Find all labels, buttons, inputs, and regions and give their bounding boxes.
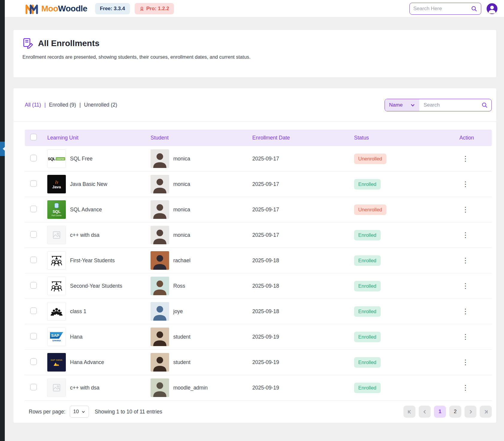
- row-actions-icon[interactable]: ⋮: [459, 153, 471, 164]
- column-header-enrollment-date: Enrollment Date: [252, 135, 354, 141]
- row-actions-icon[interactable]: ⋮: [459, 255, 471, 266]
- status-filter-tabs: All (11)|Enrolled (9)|Unenrolled (2): [25, 102, 117, 108]
- row-checkbox[interactable]: [30, 307, 37, 314]
- row-checkbox[interactable]: [30, 180, 37, 187]
- course-thumbnail: [47, 302, 66, 321]
- ribbon-icon: [139, 6, 144, 11]
- table-row: class 1 joye 2025-09-18 Enrolled ⋮: [25, 299, 492, 324]
- search-icon[interactable]: [481, 102, 488, 108]
- page-button-1[interactable]: 1: [434, 406, 446, 418]
- row-checkbox[interactable]: [30, 155, 37, 161]
- wp-admin-collapsed-menu[interactable]: [0, 0, 5, 441]
- row-checkbox[interactable]: [30, 333, 37, 340]
- user-profile-button[interactable]: [487, 3, 497, 14]
- student-avatar: [151, 328, 169, 346]
- moowoodle-logo: MooWoodle: [25, 3, 87, 14]
- student-name: student: [173, 359, 190, 366]
- student-name: moodle_admin: [173, 385, 208, 391]
- student-avatar: [151, 251, 169, 270]
- course-name: c++ with dsa: [70, 232, 99, 238]
- student-name: student: [173, 334, 190, 340]
- student-name: joye: [173, 308, 183, 315]
- table-row: c++ with dsa moodle_admin 2025-09-19 Enr…: [25, 375, 492, 401]
- row-actions-icon[interactable]: ⋮: [459, 230, 471, 240]
- showing-entries-text: Showing 1 to 10 of 11 entries: [95, 409, 162, 415]
- course-thumbnail: Java: [47, 175, 66, 193]
- table-body: SQLcourse SQL Free monica 2025-09-17 Une…: [25, 146, 492, 401]
- row-actions-icon[interactable]: ⋮: [459, 357, 471, 367]
- course-name: Hana: [70, 334, 83, 340]
- row-actions-icon[interactable]: ⋮: [459, 331, 471, 342]
- table-row: First-Year Students rachael 2025-09-18 E…: [25, 248, 492, 273]
- chevron-down-icon: [410, 103, 415, 107]
- prev-page-button[interactable]: [419, 406, 431, 418]
- tab-separator: |: [79, 102, 81, 108]
- table-header-row: Learning Unit Student Enrollment Date St…: [25, 130, 492, 146]
- filter-tab-all[interactable]: All (11): [25, 102, 41, 108]
- status-badge: Enrolled: [354, 255, 381, 266]
- row-actions-icon[interactable]: ⋮: [459, 281, 471, 291]
- student-name: rachael: [173, 257, 190, 264]
- page-title: All Enrollments: [38, 39, 99, 48]
- rows-per-page-select[interactable]: 10: [70, 406, 89, 418]
- status-badge: Enrolled: [354, 383, 381, 393]
- table-row: SQLFull Course SQL Advance monica 2025-0…: [25, 197, 492, 222]
- search-icon[interactable]: [471, 5, 477, 12]
- row-actions-icon[interactable]: ⋮: [459, 179, 471, 189]
- rows-per-page-label: Rows per page:: [29, 409, 66, 415]
- row-checkbox[interactable]: [30, 358, 37, 365]
- student-name: monica: [173, 207, 190, 213]
- row-actions-icon[interactable]: ⋮: [459, 382, 471, 393]
- row-checkbox[interactable]: [30, 231, 37, 238]
- row-checkbox[interactable]: [30, 257, 37, 263]
- next-page-button[interactable]: [464, 406, 476, 418]
- student-name: monica: [173, 156, 190, 162]
- student-name: monica: [173, 232, 190, 238]
- global-search-input[interactable]: [413, 6, 471, 12]
- course-name: Java Basic New: [70, 181, 107, 187]
- last-page-button[interactable]: [480, 406, 492, 418]
- filter-tab-unenrolled[interactable]: Unenrolled (2): [84, 102, 117, 108]
- status-badge: Unenrolled: [354, 154, 386, 164]
- row-checkbox[interactable]: [30, 384, 37, 390]
- select-all-checkbox[interactable]: [30, 134, 37, 140]
- row-actions-icon[interactable]: ⋮: [459, 204, 471, 215]
- student-avatar: [151, 353, 169, 372]
- row-actions-icon[interactable]: ⋮: [459, 306, 471, 316]
- table-row: Second-Year Students Ross 2025-09-18 Enr…: [25, 273, 492, 299]
- row-checkbox[interactable]: [30, 282, 37, 289]
- status-badge: Enrolled: [354, 357, 381, 368]
- student-avatar: [151, 226, 169, 244]
- row-checkbox[interactable]: [30, 206, 37, 212]
- wp-admin-active-menu-item[interactable]: [0, 142, 5, 156]
- first-page-button[interactable]: [403, 406, 415, 418]
- enrollment-date: 2025-09-17: [252, 207, 354, 213]
- student-avatar: [151, 378, 169, 397]
- moowoodle-logo-icon: [25, 3, 38, 14]
- enrollment-date: 2025-09-18: [252, 308, 354, 315]
- table-filter-control: Name: [385, 99, 492, 111]
- page-button-2[interactable]: 2: [449, 406, 461, 418]
- search-field-select[interactable]: Name: [385, 99, 419, 111]
- course-thumbnail: [47, 378, 66, 397]
- table-row: SQLcourse SQL Free monica 2025-09-17 Une…: [25, 146, 492, 172]
- course-name: c++ with dsa: [70, 385, 99, 391]
- pro-version-badge: Pro: 1.2.2: [135, 3, 174, 14]
- enrollment-date: 2025-09-19: [252, 359, 354, 366]
- course-thumbnail: [47, 251, 66, 270]
- chevron-down-icon: [81, 410, 85, 414]
- column-header-status: Status: [354, 135, 456, 141]
- table-search-input[interactable]: [419, 102, 481, 108]
- filter-tab-enrolled[interactable]: Enrolled (9): [49, 102, 76, 108]
- table-row: SAP HANA Hana Advance student 2025-09-19…: [25, 350, 492, 375]
- table-row: c++ with dsa monica 2025-09-17 Enrolled …: [25, 222, 492, 248]
- column-header-learning-unit: Learning Unit: [47, 135, 151, 141]
- status-badge: Unenrolled: [354, 204, 386, 215]
- course-thumbnail: [47, 226, 66, 244]
- course-thumbnail: SAP HANA: [47, 353, 66, 372]
- global-search-box[interactable]: [409, 3, 481, 15]
- course-thumbnail: [47, 277, 66, 295]
- course-name: Second-Year Students: [70, 283, 122, 289]
- status-badge: Enrolled: [354, 230, 381, 240]
- enrollment-date: 2025-09-18: [252, 283, 354, 289]
